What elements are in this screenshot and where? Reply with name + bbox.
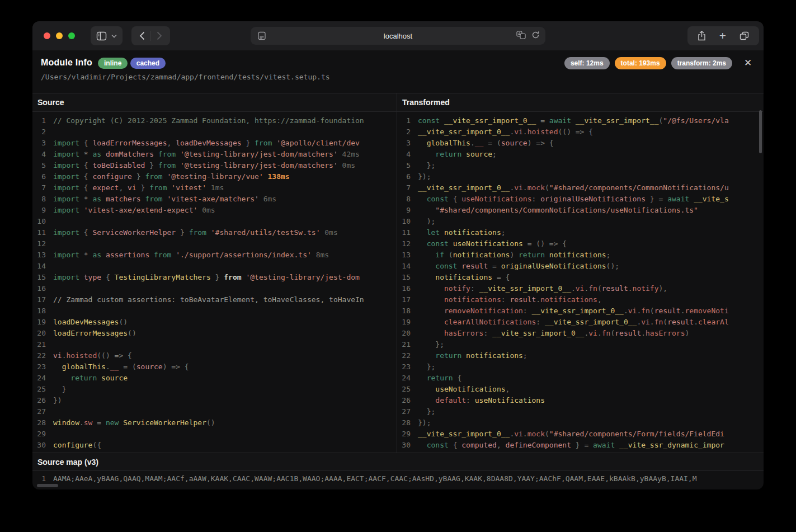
code-token: [418, 385, 435, 393]
code-token: source: [136, 362, 163, 371]
code-token: __vite_ssr_import_0__: [444, 116, 536, 125]
horizontal-scrollbar-thumb[interactable]: [37, 484, 58, 487]
code-token: vi: [576, 284, 585, 293]
line-number: 5: [32, 160, 46, 171]
line-number: 15: [32, 272, 46, 283]
code-token: fn: [588, 284, 597, 293]
url-text[interactable]: localhost: [251, 32, 545, 40]
code-line: 12: [32, 238, 397, 249]
code-token: :: [483, 329, 492, 337]
metric-badge: self: 12ms: [564, 57, 610, 69]
close-button[interactable]: ✕: [741, 56, 755, 69]
back-button[interactable]: [134, 26, 150, 45]
source-code[interactable]: 1// Copyright (C) 2012-2025 Zammad Found…: [32, 112, 397, 451]
code-token: [53, 374, 70, 382]
code-token: source: [501, 139, 527, 147]
code-line: 30 const { computed, defineComponent } =…: [397, 440, 763, 451]
nav-buttons: [131, 26, 170, 45]
code-token: }: [176, 228, 189, 237]
code-token: .: [624, 307, 628, 315]
minimize-window-button[interactable]: [56, 32, 63, 39]
code-token: :: [532, 195, 541, 203]
code-token: '@testing-library/jest-dom: [246, 273, 360, 281]
code-token: (): [119, 318, 128, 326]
transformed-pane-header: Transformed: [397, 93, 763, 112]
code-token: const: [418, 116, 444, 125]
code-line: 9 "#shared/components/CommonNotification…: [397, 205, 763, 216]
code-token: loadErrorMessages: [53, 329, 128, 337]
code-token: loadDevMessages: [53, 318, 119, 326]
new-tab-button[interactable]: +: [719, 30, 726, 41]
line-number: 21: [397, 339, 411, 350]
tab-overview-icon[interactable]: [740, 31, 749, 40]
forward-button[interactable]: [151, 26, 168, 45]
page-title: Module Info: [41, 58, 92, 68]
code-line: 5 };: [397, 160, 763, 171]
code-token: __vite_ssr_import_0__: [418, 183, 510, 192]
code-token: __: [110, 362, 119, 371]
line-number: 26: [397, 395, 411, 406]
code-line: 15 notifications = {: [397, 272, 763, 283]
code-token: const: [427, 441, 453, 449]
code-token: {: [457, 374, 461, 382]
code-token: [418, 150, 435, 158]
code-token: vi: [53, 351, 62, 360]
line-number: 14: [32, 261, 46, 272]
code-token: =: [92, 418, 105, 427]
close-window-button[interactable]: [44, 32, 50, 39]
sourcemap-line-number: 1: [32, 473, 46, 483]
code-token: 'vitest-axe/extend-expect': [84, 206, 202, 214]
code-token: {: [453, 195, 462, 203]
code-token: .: [650, 318, 654, 326]
reload-icon[interactable]: [531, 31, 540, 39]
chevron-down-icon: [111, 34, 117, 38]
code-line: 8import * as matchers from 'vitest-axe/m…: [32, 194, 397, 205]
code-token: from: [255, 139, 276, 147]
code-token: await: [667, 195, 694, 203]
code-token: [418, 351, 435, 360]
module-badge: inline: [98, 58, 128, 69]
code-token: ,: [506, 385, 510, 393]
code-token: '@apollo/client/dev: [276, 139, 360, 147]
code-line: 10 );: [397, 216, 763, 227]
share-icon[interactable]: [698, 31, 706, 41]
code-line: 23 };: [397, 361, 763, 373]
code-token: };: [418, 362, 435, 371]
code-token: result: [510, 295, 536, 304]
code-token: ,: [119, 183, 128, 192]
code-token: [418, 195, 427, 203]
transformed-code[interactable]: 1const __vite_ssr_import_0__ = await __v…: [397, 112, 763, 451]
code-token: 6ms: [263, 195, 276, 203]
vertical-scrollbar-thumb[interactable]: [759, 110, 762, 153]
toolbar-right-buttons: +: [687, 26, 759, 45]
code-token: [418, 441, 427, 449]
page-settings-icon[interactable]: [257, 31, 266, 40]
code-token: [418, 273, 435, 281]
code-token: source: [101, 374, 128, 382]
code-token: __: [475, 139, 484, 147]
code-token: sw: [84, 418, 93, 427]
code-token: {: [84, 228, 93, 237]
zoom-window-button[interactable]: [68, 32, 75, 39]
code-line: 28});: [397, 417, 763, 429]
code-token: fn: [602, 329, 611, 337]
url-bar[interactable]: localhost: [251, 27, 545, 45]
code-token: {: [84, 183, 93, 192]
transformed-pane-title: Transformed: [402, 98, 450, 107]
code-token: (() => {: [97, 351, 132, 360]
line-number: 30: [32, 440, 46, 451]
line-number: 7: [32, 182, 46, 194]
line-number: 16: [32, 283, 46, 294]
code-token: .: [536, 295, 540, 304]
sidebar-toggle-button[interactable]: [91, 26, 123, 45]
code-line: 11 let notifications;: [397, 227, 763, 238]
line-number: 10: [397, 216, 411, 227]
line-number: 24: [397, 373, 411, 384]
translate-icon[interactable]: [516, 31, 526, 39]
line-number: 27: [32, 406, 46, 417]
sourcemap-line: 1AAMA;AAeA,yBAAG,QAAQ,MAAM;AACf,aAAW,KAA…: [32, 471, 764, 483]
line-number: 24: [32, 373, 46, 384]
code-line: 10: [32, 216, 397, 227]
code-token: "#shared/components/CommonNotifications/…: [435, 206, 698, 214]
code-token: vi: [514, 430, 523, 438]
